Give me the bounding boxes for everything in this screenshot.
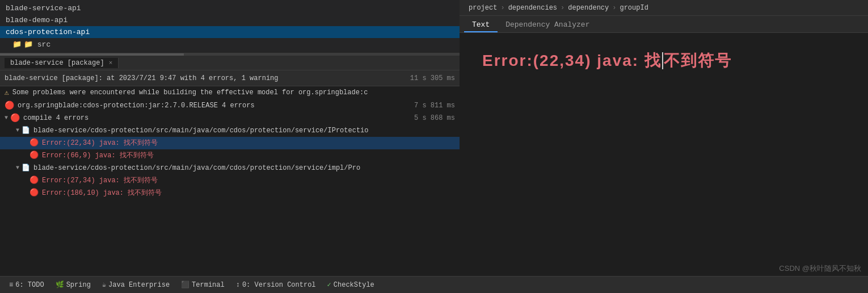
log-text-7: Error:(27,34) java: 找不到符号 [42, 175, 158, 186]
log-row-0[interactable]: ⚠ Some problems were encountered while b… [0, 86, 460, 99]
annotation-text: Error:(22,34) java: 找不到符号 [482, 50, 732, 72]
build-tab[interactable]: blade-service [package] × [5, 58, 119, 68]
log-text-2: compile 4 errors [23, 113, 89, 123]
breadcrumb-sep-3: › [612, 4, 616, 12]
log-text-0: Some problems were encountered while bui… [12, 87, 368, 98]
breadcrumb-part-groupid[interactable]: groupId [620, 4, 648, 12]
breadcrumb-part-dependencies[interactable]: dependencies [508, 4, 557, 12]
spring-icon: 🌿 [56, 281, 64, 289]
terminal-label: Terminal [192, 281, 225, 289]
version-control-icon: ↕ [236, 281, 240, 289]
log-text-1: org.springblade:cdos-protection:jar:2.7.… [18, 101, 255, 111]
error-icon-4: 🔴 [30, 138, 39, 148]
build-header-text: blade-service [package]: at 2023/7/21 9:… [5, 74, 278, 82]
breadcrumb-part-dependency[interactable]: dependency [568, 4, 609, 12]
folder-icon-3: 📄 [22, 125, 30, 136]
toolbar-item-todo[interactable]: ≡ 6: TODO [5, 280, 49, 290]
log-time-2: 5 s 868 ms [414, 113, 455, 123]
breadcrumb-sep-2: › [561, 4, 564, 12]
folder-icon: 📁 [12, 40, 22, 49]
sidebar-item-cdos-protection-api[interactable]: cdos-protection-api [0, 26, 460, 38]
sidebar-item-src[interactable]: 📁 📁 src [0, 38, 460, 51]
breadcrumb-sep-1: › [500, 4, 504, 12]
tab-text[interactable]: Text [464, 18, 498, 32]
java-enterprise-icon: ☕ [102, 281, 106, 289]
error-icon-8: 🔴 [30, 188, 39, 198]
build-tab-row: blade-service [package] × [0, 56, 460, 70]
log-row-3[interactable]: ▼ 📄 blade-service/cdos-protection/src/ma… [0, 124, 460, 137]
log-time-1: 7 s 811 ms [414, 101, 455, 111]
toolbar-item-version-control[interactable]: ↕ 0: Version Control [231, 280, 321, 290]
log-row-1[interactable]: 🔴 org.springblade:cdos-protection:jar:2.… [0, 99, 460, 112]
toolbar-item-checkstyle[interactable]: ✓ CheckStyle [323, 279, 379, 290]
log-row-5[interactable]: 🔴 Error:(66,9) java: 找不到符号 [0, 149, 460, 162]
build-tab-label: blade-service [package] [10, 59, 104, 67]
log-row-4[interactable]: 🔴 Error:(22,34) java: 找不到符号 [0, 137, 460, 149]
sidebar-item-blade-demo-api[interactable]: blade-demo-api [0, 14, 460, 26]
toolbar-item-java-enterprise[interactable]: ☕ Java Enterprise [98, 279, 174, 290]
expand-arrow-6: ▼ [16, 163, 19, 173]
log-text-3: blade-service/cdos-protection/src/main/j… [33, 125, 369, 136]
version-control-label: 0: Version Control [242, 281, 316, 289]
java-enterprise-label: Java Enterprise [108, 281, 170, 289]
log-row-8[interactable]: 🔴 Error:(186,10) java: 找不到符号 [0, 187, 460, 199]
breadcrumb-bar: project › dependencies › dependency › gr… [460, 0, 868, 16]
log-row-2[interactable]: ▼ 🔴 compile 4 errors 5 s 868 ms [0, 112, 460, 124]
folder-icon-6: 📄 [22, 163, 30, 173]
spring-label: Spring [66, 281, 91, 289]
sidebar-item-blade-service-api[interactable]: blade-service-api [0, 2, 460, 14]
log-row-7[interactable]: 🔴 Error:(27,34) java: 找不到符号 [0, 174, 460, 187]
todo-label: 6: TODO [15, 281, 44, 289]
annotation-area: Error:(22,34) java: 找不到符号 [460, 33, 868, 261]
todo-icon: ≡ [9, 281, 13, 289]
log-text-4: Error:(22,34) java: 找不到符号 [42, 138, 158, 148]
breadcrumb-part-project[interactable]: project [469, 4, 497, 12]
tab-dependency-analyzer[interactable]: Dependency Analyzer [498, 18, 597, 32]
annotation-after-cursor: 不到符号 [664, 50, 732, 72]
bottom-toolbar: ≡ 6: TODO 🌿 Spring ☕ Java Enterprise ⬛ T… [0, 276, 868, 293]
error-icon-7: 🔴 [30, 175, 39, 186]
error-icon-2: 🔴 [10, 113, 20, 123]
expand-arrow-3: ▼ [16, 125, 19, 136]
checkstyle-label: CheckStyle [334, 281, 374, 289]
log-text-6: blade-service/cdos-protection/src/main/j… [33, 163, 360, 173]
build-log: ⚠ Some problems were encountered while b… [0, 86, 460, 276]
build-time: 11 s 305 ms [410, 74, 455, 82]
close-icon[interactable]: × [109, 60, 113, 66]
warn-icon-0: ⚠ [5, 88, 9, 98]
log-row-6[interactable]: ▼ 📄 blade-service/cdos-protection/src/ma… [0, 162, 460, 174]
toolbar-item-terminal[interactable]: ⬛ Terminal [176, 279, 229, 290]
expand-arrow-2: ▼ [5, 113, 8, 123]
terminal-icon: ⬛ [181, 281, 189, 289]
log-text-8: Error:(186,10) java: 找不到符号 [42, 188, 162, 198]
build-header: blade-service [package]: at 2023/7/21 9:… [0, 70, 460, 86]
cursor-bar [662, 52, 663, 69]
error-icon-1: 🔴 [5, 101, 14, 111]
checkstyle-icon: ✓ [327, 281, 331, 289]
watermark: CSDN @秋叶随风不知秋 [460, 261, 868, 276]
tab-bar: Text Dependency Analyzer [460, 16, 868, 33]
annotation-before-cursor: Error:(22,34) java: 找 [482, 50, 661, 72]
project-tree: blade-service-api blade-demo-api cdos-pr… [0, 0, 460, 53]
src-label: 📁 src [24, 40, 50, 49]
error-icon-5: 🔴 [30, 150, 39, 161]
log-text-5: Error:(66,9) java: 找不到符号 [42, 150, 154, 161]
toolbar-item-spring[interactable]: 🌿 Spring [51, 279, 95, 290]
